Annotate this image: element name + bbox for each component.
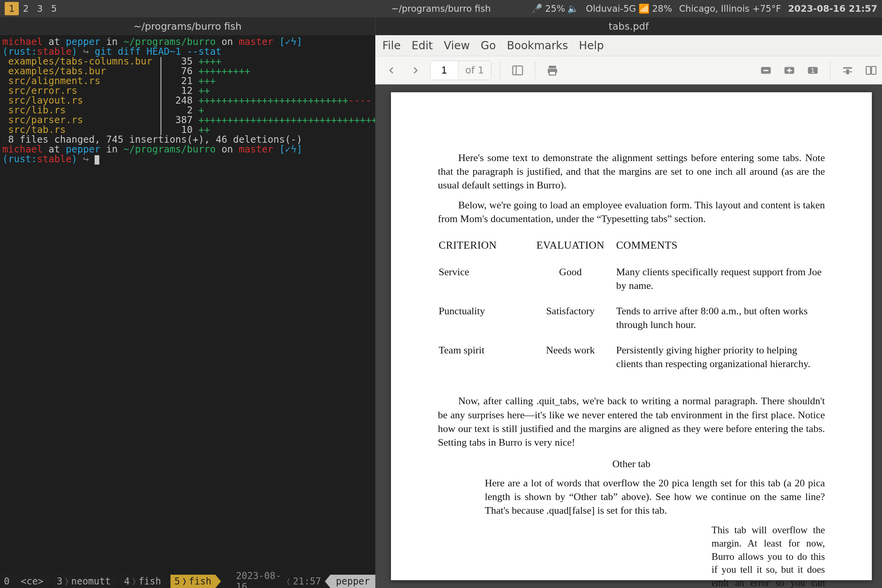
chevron-right-icon: ❭ xyxy=(180,576,188,587)
table-row: Team spirit Needs work Persistently givi… xyxy=(439,343,824,382)
chevron-left-icon xyxy=(387,66,396,75)
tmux-name: neomutt xyxy=(71,576,111,587)
cell-criterion: Punctuality xyxy=(439,304,525,342)
fit-width-button[interactable] xyxy=(839,62,856,79)
chevron-right-icon xyxy=(47,575,53,588)
svg-rect-4 xyxy=(549,71,556,75)
chevron-right-icon xyxy=(115,575,120,588)
cell-comments: Persistently giving higher priority to h… xyxy=(616,343,824,382)
pane-title-bar: ~/programs/burro fish tabs.pdf xyxy=(0,17,882,35)
wifi-pct: 28% xyxy=(652,4,672,14)
table-row: Punctuality Satisfactory Tends to arrive… xyxy=(439,304,824,342)
cell-evaluation: Needs work xyxy=(525,343,615,382)
svg-rect-2 xyxy=(549,66,556,68)
workspace-5[interactable]: 5 xyxy=(47,4,61,14)
weather-status: Chicago, Illinois +75°F xyxy=(679,4,781,14)
svg-text:1: 1 xyxy=(811,67,814,74)
main-split: michael at pepper in ~/programs/burro on… xyxy=(0,35,882,588)
cursor[interactable] xyxy=(95,155,99,165)
prompt2-path: ~/programs/burro xyxy=(124,143,216,155)
zoom-out-button[interactable] xyxy=(757,62,774,79)
dual-page-button[interactable] xyxy=(862,62,880,79)
chevron-right-icon xyxy=(165,575,170,588)
tmux-name: fish xyxy=(138,576,161,587)
sidepane-toggle-button[interactable] xyxy=(509,62,526,79)
workspace-3[interactable]: 3 xyxy=(33,4,47,14)
workspace-1[interactable]: 1 xyxy=(5,2,19,15)
menu-view[interactable]: View xyxy=(444,39,470,52)
workspace-2[interactable]: 2 xyxy=(19,4,33,14)
menu-bookmarks[interactable]: Bookmarks xyxy=(507,39,568,52)
chevron-right-icon xyxy=(411,66,419,75)
menu-file[interactable]: File xyxy=(382,39,401,52)
page-number-input[interactable] xyxy=(430,61,458,80)
microphone-status: 🎤 25% 🔈 xyxy=(531,4,579,14)
chevron-left-icon: ❬ xyxy=(284,576,293,587)
tmux-idx: 5 xyxy=(174,576,180,587)
tmux-time: 21:57 xyxy=(293,576,321,587)
th-criterion: CRITERION xyxy=(439,238,525,264)
print-button[interactable] xyxy=(544,62,561,79)
diff-minus-4: ---- xyxy=(348,95,371,106)
plus-icon xyxy=(783,65,795,76)
viewer-toolbar: of 1 1 xyxy=(375,56,882,84)
prev-page-button[interactable] xyxy=(383,62,400,79)
cell-evaluation: Good xyxy=(525,265,615,303)
toolbar-divider xyxy=(500,62,500,79)
next-page-button[interactable] xyxy=(407,62,424,79)
zoom-in-button[interactable] xyxy=(781,62,798,79)
cell-criterion: Team spirit xyxy=(439,343,525,382)
doc-para-1: Here's some text to demonstrate the alig… xyxy=(438,151,825,192)
menu-edit[interactable]: Edit xyxy=(412,39,433,52)
tmux-idx: 4 xyxy=(124,576,129,587)
weather-text: Chicago, Illinois +75°F xyxy=(679,4,781,14)
doc-para-3: Now, after calling .quit_tabs, we're bac… xyxy=(438,394,825,449)
prompt-status: ✓ϟ xyxy=(285,36,297,47)
terminal-pane[interactable]: michael at pepper in ~/programs/burro on… xyxy=(0,35,375,588)
svg-rect-0 xyxy=(513,66,522,75)
tmux-name: fish xyxy=(189,576,212,587)
tmux-window-0[interactable]: 0 <ce> xyxy=(0,575,47,588)
system-bar: 1 2 3 5 ~/programs/burro fish 🎤 25% 🔈 Ol… xyxy=(0,0,882,17)
chevron-right-icon xyxy=(215,575,221,588)
dual-page-icon xyxy=(865,65,877,76)
microphone-icon: 🎤 xyxy=(531,4,543,14)
tmux-window-5-active[interactable]: 5 ❭ fish xyxy=(170,575,215,588)
pdf-scroll-area[interactable]: Here's some text to demonstrate the alig… xyxy=(375,84,882,588)
sysbar-right: 🎤 25% 🔈 Olduvai-5G 📶 28% Chicago, Illino… xyxy=(531,4,877,14)
terminal-output[interactable]: michael at pepper in ~/programs/burro on… xyxy=(0,35,375,575)
chevron-right-icon: ❭ xyxy=(130,576,138,587)
sidepane-icon xyxy=(512,65,523,76)
doc-para-5: This tab will overflow the margin. At le… xyxy=(438,523,825,588)
workspace-list: 1 2 3 5 xyxy=(5,2,61,15)
tmux-idx: 0 xyxy=(4,576,9,587)
tmux-date: 2023-08-16 xyxy=(236,570,284,588)
diff-plus-4: ++++++++++++++++++++++++++ xyxy=(199,95,349,106)
toolbar-divider xyxy=(830,62,830,79)
doc-other-tab: Other tab xyxy=(438,457,825,471)
cell-criterion: Service xyxy=(439,265,525,303)
menu-go[interactable]: Go xyxy=(481,39,496,52)
pdf-page: Here's some text to demonstrate the alig… xyxy=(391,92,872,580)
tmux-window-3[interactable]: 3 ❭ neomutt xyxy=(53,575,115,588)
prompt2-status: ✓ϟ xyxy=(285,143,297,155)
viewer-menubar: File Edit View Go Bookmarks Help xyxy=(375,35,882,56)
wifi-status: Olduvai-5G 📶 28% xyxy=(586,4,672,14)
menu-help[interactable]: Help xyxy=(579,39,604,52)
tmux-name: <ce> xyxy=(21,576,43,587)
doc-para-4: Here are a lot of words that overflow th… xyxy=(438,476,825,517)
tmux-window-4[interactable]: 4 ❭ fish xyxy=(120,575,165,588)
cell-evaluation: Satisfactory xyxy=(525,304,615,342)
doc-table: CRITERION EVALUATION COMMENTS Service Go… xyxy=(438,237,825,382)
volume-icon: 🔈 xyxy=(567,4,579,14)
clock: 2023-08-16 21:57 xyxy=(788,4,877,14)
svg-rect-6 xyxy=(764,70,769,71)
svg-rect-17 xyxy=(871,66,876,74)
prompt-branch: master xyxy=(239,36,274,47)
table-row: Service Good Many clients specifically r… xyxy=(439,265,824,303)
fit-width-icon xyxy=(842,65,853,76)
right-pane-title: tabs.pdf xyxy=(375,17,882,35)
microphone-pct: 25% xyxy=(545,4,565,14)
zoom-reset-button[interactable]: 1 xyxy=(804,62,821,79)
wifi-ssid: Olduvai-5G xyxy=(586,4,636,14)
